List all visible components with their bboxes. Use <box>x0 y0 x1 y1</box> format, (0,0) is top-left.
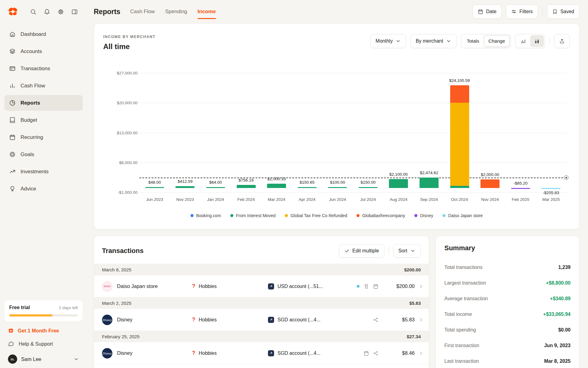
trial-title: Free trial <box>9 305 30 310</box>
bar-value-label: $1,000.33 <box>267 177 286 181</box>
calendar-icon <box>9 134 16 140</box>
legend-label: From Interest Moved <box>236 213 276 218</box>
help-support-link[interactable]: Help & Support <box>4 336 83 351</box>
saved-button[interactable]: Saved <box>547 5 579 19</box>
category-label[interactable]: Hobbies <box>199 317 217 323</box>
chart-bar-mar-2025[interactable] <box>541 188 560 189</box>
category-label[interactable]: Hobbies <box>199 351 217 356</box>
user-menu[interactable]: SL Sam Lee <box>4 351 83 365</box>
settings-gear-icon[interactable] <box>54 6 68 18</box>
legend-item-disney[interactable]: Disney <box>414 213 433 218</box>
groupby-dropdown[interactable]: By merchant <box>410 34 457 48</box>
sidebar-item-reports[interactable]: Reports <box>4 95 83 111</box>
chart-bar-jun-2023[interactable] <box>145 187 164 188</box>
sidebar-item-cash-flow[interactable]: Cash Flow <box>4 78 83 94</box>
legend-item-booking-com[interactable]: Booking.com <box>190 213 221 218</box>
chart-bar-sep-2024[interactable] <box>420 178 439 188</box>
stacked-bars-icon[interactable] <box>530 35 544 47</box>
account-logo <box>268 317 274 323</box>
sidebar-item-dashboard[interactable]: Dashboard <box>4 26 83 42</box>
chart-bar-jan-2024[interactable] <box>206 187 225 188</box>
summary-row: Average transaction +$340.89 <box>444 291 571 306</box>
bar-value-label: -$85.20 <box>514 181 528 186</box>
sidebar-item-recurring[interactable]: Recurring <box>4 129 83 145</box>
chart-bar-oct-2024[interactable] <box>450 103 469 186</box>
date-button[interactable]: Date <box>473 5 502 19</box>
chart-bar-nov-2024[interactable] <box>481 179 499 188</box>
divider <box>389 247 389 255</box>
search-icon[interactable] <box>26 6 40 18</box>
bar-value-label: $2,000.00 <box>481 172 499 177</box>
tab-cash-flow[interactable]: Cash Flow <box>130 0 155 23</box>
sidebar-item-advice[interactable]: Advice <box>4 181 83 197</box>
sidebar-item-transactions[interactable]: Transactions <box>4 61 83 76</box>
legend-item-from-interest-moved[interactable]: From Interest Moved <box>230 213 276 218</box>
chart-bar-feb-2025[interactable] <box>511 188 530 189</box>
transaction-amount: $5.83 <box>402 317 415 323</box>
notifications-bell-icon[interactable] <box>40 6 54 18</box>
chart-bar-nov-2023[interactable] <box>175 186 194 188</box>
transaction-row[interactable]: DisneyDisney ?Hobbies SGD account (...4.… <box>94 309 429 331</box>
chart-type-toggle <box>515 34 545 48</box>
monarch-logo[interactable] <box>7 6 18 17</box>
sidebar-toggle-icon[interactable] <box>68 6 81 18</box>
chevron-down-icon <box>446 38 451 44</box>
sort-dropdown[interactable]: Sort <box>393 244 421 258</box>
toggle-option-totals[interactable]: Totals <box>462 35 484 47</box>
app-root: Dashboard Accounts Transactions Cash Flo… <box>0 0 588 368</box>
chevron-right-icon[interactable] <box>418 284 424 289</box>
toggle-option-change[interactable]: Change <box>484 35 510 47</box>
grouped-bars-icon[interactable] <box>516 35 530 47</box>
chart-bar-oct-2024[interactable] <box>450 85 469 103</box>
edit-multiple-button[interactable]: Edit multiple <box>339 244 384 258</box>
chevron-right-icon[interactable] <box>418 351 424 356</box>
summary-row: Total income +$33,065.94 <box>444 306 571 322</box>
summary-row: Total transactions 1,239 <box>444 259 571 275</box>
split-icon[interactable] <box>373 317 379 323</box>
granularity-dropdown[interactable]: Monthly <box>370 34 406 48</box>
category-label[interactable]: Hobbies <box>199 284 217 289</box>
receipt-icon[interactable] <box>364 284 369 289</box>
filters-button[interactable]: Filters <box>506 5 538 19</box>
chart-bar-jul-2024[interactable] <box>359 187 378 188</box>
sidebar-item-goals[interactable]: Goals <box>4 147 83 162</box>
average-line-marker[interactable] <box>564 175 568 180</box>
split-icon[interactable] <box>373 351 379 356</box>
sidebar-item-budget[interactable]: Budget <box>4 112 83 128</box>
transactions-list: March 8, 2025 $200.00 DAISODaiso Japan s… <box>94 264 429 368</box>
legend-item-daiso-japan-store[interactable]: Daiso Japan store <box>443 213 483 218</box>
chart-bar-mar-2024[interactable] <box>267 184 286 188</box>
legend-dot <box>190 214 194 217</box>
chart-bar-oct-2024[interactable] <box>450 186 469 188</box>
sidebar-item-accounts[interactable]: Accounts <box>4 44 83 59</box>
chart-bar-apr-2024[interactable] <box>298 187 317 188</box>
calendar-icon <box>478 9 483 14</box>
sidebar-item-investments[interactable]: Investments <box>4 164 83 179</box>
chart-bar-jun-2024[interactable] <box>328 187 347 188</box>
transaction-row[interactable]: DisneyDisney ?Hobbies SGD account (...4.… <box>94 364 429 368</box>
sidebar-item-label: Recurring <box>21 134 43 140</box>
merchant-logo-disney: Disney <box>102 315 112 325</box>
calendar-icon[interactable] <box>373 284 379 289</box>
tab-spending[interactable]: Spending <box>165 0 187 23</box>
chevron-right-icon[interactable] <box>418 317 424 323</box>
transaction-row[interactable]: DisneyDisney ?Hobbies SGD account (...4.… <box>94 342 429 364</box>
calendar-icon[interactable] <box>364 351 369 356</box>
topbar-actions: Date Filters Saved <box>473 5 579 19</box>
transactions-card: Transactions Edit multiple Sort March 8,… <box>94 236 429 368</box>
transaction-row[interactable]: DAISODaiso Japan store ?Hobbies USD acco… <box>94 275 429 297</box>
export-button[interactable] <box>554 34 570 48</box>
totals-change-toggle: TotalsChange <box>461 34 511 48</box>
chart-plot: $27,000.00$20,000.00$13,000.00$6,000.00-… <box>103 65 570 204</box>
sidebar-item-label: Reports <box>21 100 40 106</box>
trial-progress-fill <box>9 314 52 316</box>
get-month-free-link[interactable]: Get 1 Month Free <box>4 322 83 336</box>
chart-bar-aug-2024[interactable] <box>389 179 408 188</box>
tab-income[interactable]: Income <box>198 0 216 23</box>
legend-item-globaltaxfreecompany[interactable]: Globaltaxfreecompany <box>356 213 405 218</box>
summary-row: Total spending $0.00 <box>444 322 571 338</box>
topbar: Reports Cash FlowSpendingIncome Date Fil… <box>87 0 588 23</box>
chart-bar-feb-2024[interactable] <box>237 185 256 188</box>
summary-label: Total spending <box>444 327 476 333</box>
legend-item-global-tax-free-co-refunded[interactable]: Global Tax Free Co Refunded <box>285 213 347 218</box>
